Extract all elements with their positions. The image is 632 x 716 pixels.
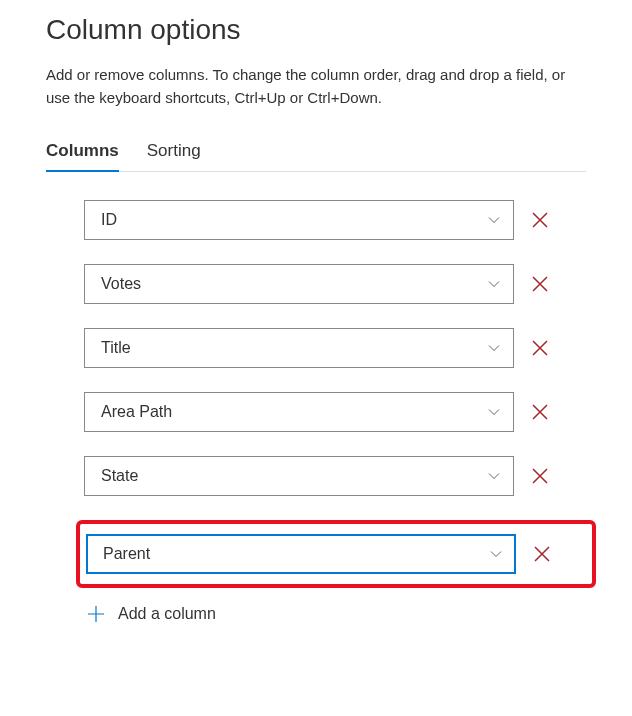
remove-column-button[interactable] bbox=[528, 400, 552, 424]
column-select-parent[interactable]: Parent bbox=[86, 534, 516, 574]
remove-column-button[interactable] bbox=[530, 542, 554, 566]
column-select-label: Parent bbox=[103, 545, 150, 563]
tab-columns[interactable]: Columns bbox=[46, 141, 119, 171]
column-select-state[interactable]: State bbox=[84, 456, 514, 496]
highlight-annotation: Parent bbox=[76, 520, 596, 588]
remove-column-button[interactable] bbox=[528, 208, 552, 232]
column-row: State bbox=[84, 456, 586, 496]
column-row: Area Path bbox=[84, 392, 586, 432]
column-select-label: State bbox=[101, 467, 138, 485]
column-select-label: Votes bbox=[101, 275, 141, 293]
tabs: Columns Sorting bbox=[46, 141, 586, 172]
page-description: Add or remove columns. To change the col… bbox=[46, 64, 586, 109]
remove-column-button[interactable] bbox=[528, 336, 552, 360]
column-select-votes[interactable]: Votes bbox=[84, 264, 514, 304]
column-row: Title bbox=[84, 328, 586, 368]
column-row: ID bbox=[84, 200, 586, 240]
chevron-down-icon bbox=[487, 341, 501, 355]
column-select-title[interactable]: Title bbox=[84, 328, 514, 368]
column-row: Votes bbox=[84, 264, 586, 304]
remove-column-button[interactable] bbox=[528, 464, 552, 488]
plus-icon bbox=[86, 604, 106, 624]
chevron-down-icon bbox=[487, 469, 501, 483]
add-column-button[interactable]: Add a column bbox=[84, 604, 586, 624]
tab-sorting[interactable]: Sorting bbox=[147, 141, 201, 171]
column-select-label: ID bbox=[101, 211, 117, 229]
chevron-down-icon bbox=[487, 405, 501, 419]
chevron-down-icon bbox=[489, 547, 503, 561]
column-select-label: Area Path bbox=[101, 403, 172, 421]
column-select-id[interactable]: ID bbox=[84, 200, 514, 240]
chevron-down-icon bbox=[487, 213, 501, 227]
add-column-label: Add a column bbox=[118, 605, 216, 623]
column-select-label: Title bbox=[101, 339, 131, 357]
page-title: Column options bbox=[46, 14, 586, 46]
column-row: Parent bbox=[86, 534, 584, 574]
chevron-down-icon bbox=[487, 277, 501, 291]
columns-list: ID Votes Title bbox=[46, 200, 586, 624]
remove-column-button[interactable] bbox=[528, 272, 552, 296]
column-select-area-path[interactable]: Area Path bbox=[84, 392, 514, 432]
